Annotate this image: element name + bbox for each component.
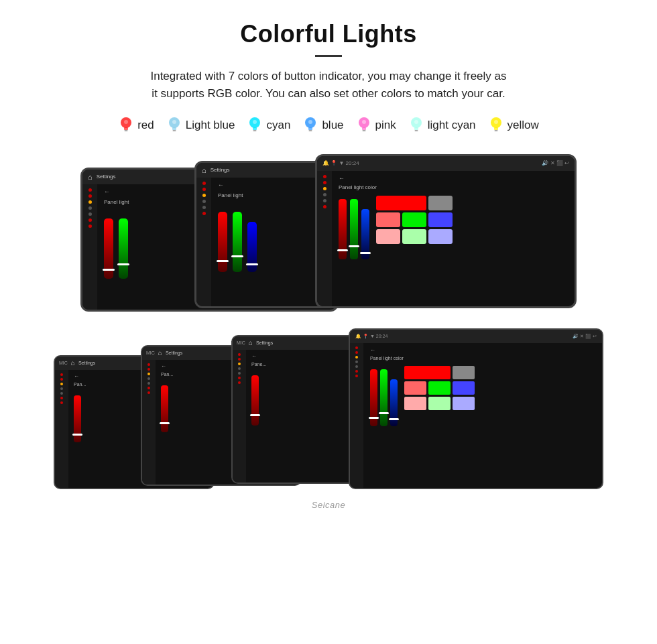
svg-rect-9 [253,127,257,130]
color-item-cyan: cyan [247,115,290,135]
back-arrow-3: ← [339,175,568,182]
description: Integrated with 7 colors of button indic… [27,68,630,103]
svg-point-15 [308,120,312,124]
color-item-pink: pink [356,115,396,135]
screen-main-3: ← Panel light color [332,171,575,306]
svg-point-11 [253,120,257,124]
bsidebar-1 [55,370,68,488]
svg-rect-5 [172,127,176,130]
title-section: Colorful Lights Integrated with 7 colors… [27,20,630,103]
page-title: Colorful Lights [27,20,630,48]
page-container: Colorful Lights Integrated with 7 colors… [0,0,657,523]
sidebar-3 [317,171,332,306]
svg-rect-2 [125,130,128,131]
svg-rect-6 [172,130,176,131]
yellow-bulb-icon [488,115,504,135]
lightblue-bulb-icon [166,115,182,135]
svg-rect-22 [414,130,418,131]
color-label-yellow: yellow [507,119,539,132]
svg-rect-25 [494,127,498,130]
svg-rect-10 [253,130,257,131]
color-label-lightblue: Light blue [186,119,235,132]
panel-color-label-3: Panel light color [339,184,568,190]
title-divider [315,55,342,57]
color-item-red: red [118,115,154,135]
top-screens-row: ⌂ Settings ⚙ ✦ ← Panel light [80,154,577,315]
topbar-3: 🔔 📍 ▼ 20:24 🔊 ✕ ⬛ ↩ [317,156,575,171]
svg-rect-21 [414,127,418,130]
color-grid-3 [376,196,453,246]
color-label-cyan: cyan [266,119,290,132]
color-grid-bottom [404,366,475,412]
svg-point-3 [124,120,128,124]
svg-rect-18 [362,130,365,131]
color-row: red Light blue [27,115,630,135]
svg-rect-17 [362,127,366,130]
lightcyan-bulb-icon [408,115,424,135]
svg-point-23 [414,120,418,124]
sidebar-2 [196,178,211,306]
color-item-lightcyan: light cyan [408,115,476,135]
top-device-3: 🔔 📍 ▼ 20:24 🔊 ✕ ⬛ ↩ ← Panel light color [315,154,577,308]
svg-point-27 [494,120,498,124]
color-item-lightblue: Light blue [166,115,235,135]
cyan-bulb-icon [247,115,263,135]
svg-point-19 [362,120,366,124]
red-bulb-icon [118,115,134,135]
svg-point-7 [172,120,176,124]
sidebar-1 [82,184,97,310]
blue-bulb-icon [302,115,318,135]
color-label-pink: pink [375,119,396,132]
color-item-yellow: yellow [488,115,539,135]
settings-label-1: Settings [97,174,116,180]
svg-rect-14 [309,130,312,131]
svg-rect-26 [494,130,497,131]
color-item-blue: blue [302,115,343,135]
pink-bulb-icon [356,115,372,135]
color-label-red: red [137,119,154,132]
bottom-device-4: 🔔 📍 ▼ 20:24 🔊 ✕ ⬛ ↩ ← Panel light color [349,328,603,489]
watermark: Seicane [27,500,630,510]
svg-rect-13 [308,127,312,130]
color-label-blue: blue [322,119,343,132]
svg-rect-1 [124,127,128,130]
bottom-screens-row: MIC ⌂ Settings ⚙ ← Pan... [54,328,603,496]
settings-label-2: Settings [211,167,230,173]
color-label-lightcyan: light cyan [428,119,476,132]
